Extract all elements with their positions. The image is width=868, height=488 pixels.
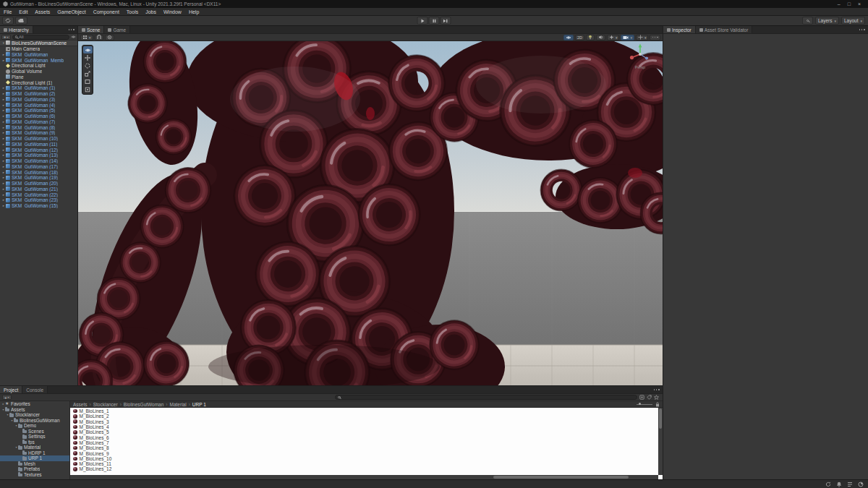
search-by-type-icon[interactable] [639,395,644,400]
inspector-tab[interactable]: Asset Store Validator [696,26,753,33]
menu-item[interactable]: Window [160,8,185,15]
project-console-tab[interactable]: Project [0,386,22,393]
audio-toggle[interactable] [596,35,605,40]
scale-tool[interactable] [83,70,93,77]
maximize-button[interactable]: □ [848,1,851,7]
hierarchy-item[interactable]: ▸ SKM_GutWoman (22) [0,192,77,197]
close-button[interactable]: × [858,1,861,7]
folder-tree-item[interactable]: URP 1 [0,455,69,461]
hierarchy-item[interactable]: ▸ SKM_GutWoman (12) [0,147,77,153]
hierarchy-item[interactable]: ▸ SKM_GutWoman (5) [0,108,77,114]
hierarchy-item[interactable]: ▸ SKM_GutWoman (17) [0,164,77,170]
console-log-icon[interactable] [847,481,853,487]
project-console-tab[interactable]: Console [22,386,48,393]
hierarchy-item[interactable]: Global Volume [0,69,77,74]
tab-hierarchy[interactable]: Hierarchy [0,26,33,33]
scene-game-tab[interactable]: Game [104,26,130,33]
hierarchy-item[interactable]: ▸ SKM_GutWoman (11) [0,142,77,147]
gizmos-dropdown[interactable] [636,35,649,40]
layout-dropdown[interactable]: Layout [841,17,865,25]
scene-viewport[interactable]: Persp [78,41,663,385]
breadcrumb-item[interactable]: Assets [73,402,88,407]
hierarchy-item[interactable]: ▸ SKM_GutWoman (21) [0,187,77,192]
asset-item[interactable]: M_BioLines_4 [70,424,663,429]
folder-tree-item[interactable]: ▾ BiolinesGutWoman [0,418,69,424]
background-tasks-icon[interactable] [858,481,864,487]
version-control-button[interactable] [2,17,14,25]
project-search-input[interactable] [335,395,637,400]
menu-item[interactable]: Assets [31,8,54,15]
step-button[interactable] [441,17,451,25]
icon-size-slider[interactable] [637,404,652,405]
scene-visibility-toggle[interactable] [563,35,574,40]
lock-icon[interactable] [655,402,660,407]
hierarchy-scene-header[interactable]: ▾ BioLinesGutWomanScene [0,40,77,46]
asset-item[interactable]: M_BioLines_8 [70,445,663,450]
hierarchy-item[interactable]: Plane [0,74,77,80]
hierarchy-item[interactable]: ▸ SKM_GutWoman (6) [0,114,77,119]
menu-item[interactable]: Jobs [142,8,160,15]
scene-orientation-gizmo[interactable]: Persp [625,43,655,69]
inspector-tab[interactable]: Inspector [663,26,696,33]
folder-tree-item[interactable]: ▾ Material [0,445,69,450]
asset-item[interactable]: M_BioLines_5 [70,429,663,435]
asset-item[interactable]: M_BioLines_7 [70,440,663,445]
move-tool[interactable] [83,54,93,61]
menu-item[interactable]: File [0,8,15,15]
rect-tool[interactable] [83,78,93,85]
vertical-scrollbar[interactable] [658,408,663,475]
hierarchy-search-input[interactable]: All [12,35,69,40]
scene-visibility-icon[interactable] [71,35,76,39]
hierarchy-item[interactable]: ▸ SKM_GutWoman (8) [0,124,77,130]
effects-dropdown[interactable] [607,35,620,40]
folder-tree-item[interactable]: Settings [0,434,69,440]
refresh-icon[interactable] [825,481,831,487]
folder-tree-item[interactable]: Prefabs [0,466,69,472]
asset-item[interactable]: M_BioLines_3 [70,419,663,424]
folder-tree-item[interactable]: ▾ Demo [0,423,69,429]
2d-toggle[interactable]: 2D [575,35,584,40]
asset-item[interactable]: M_BioLines_10 [70,456,663,461]
projection-label[interactable]: Persp [635,65,645,69]
hierarchy-item[interactable]: ▸ SKM_GutWoman (14) [0,158,77,164]
folder-tree-item[interactable]: ▾ Stocklancer [0,412,69,418]
menu-item[interactable]: Help [185,8,203,15]
hierarchy-item[interactable]: ▸ SKM_GutWoman (15) [0,203,77,209]
hierarchy-item[interactable]: ▸ SKM_GutWoman (23) [0,197,77,203]
view-tool[interactable] [83,46,93,53]
layers-dropdown[interactable]: Layers [815,17,839,25]
asset-item[interactable]: M_BioLines_1 [70,408,663,414]
search-by-label-icon[interactable] [647,395,652,400]
hierarchy-item[interactable]: ▸ SKM_GutWoman (3) [0,97,77,103]
project-panel-menu-icon[interactable] [653,386,663,393]
scene-more-menu[interactable] [650,35,660,40]
folder-tree-item[interactable]: Scenes [0,429,69,435]
breadcrumb-item[interactable]: Material [163,402,186,407]
transform-tool[interactable] [83,86,93,93]
hierarchy-item[interactable]: ▸ SKM_GutWoman (1) [0,85,77,91]
folder-tree-item[interactable]: HDRP 1 [0,450,69,456]
camera-dropdown[interactable] [621,35,634,40]
hierarchy-item[interactable]: Directional Light [0,63,77,69]
grid-visual-dropdown[interactable] [80,35,93,40]
hierarchy-add-button[interactable]: + [1,35,11,40]
asset-item[interactable]: M_BioLines_6 [70,435,663,440]
folder-tree-item[interactable]: Mesh [0,461,69,467]
scene-game-tab[interactable]: Scene [78,26,104,33]
asset-item[interactable]: M_BioLines_12 [70,466,663,471]
hierarchy-item[interactable]: ▸ SKM_GutWoman (19) [0,175,77,181]
folder-tree-item[interactable]: ▾ Assets [0,407,69,413]
editor-search-button[interactable] [802,17,813,25]
hierarchy-panel-menu-icon[interactable] [68,26,77,33]
hierarchy-item[interactable]: ▸ SKM_GutWoman (4) [0,102,77,108]
menu-item[interactable]: Component [90,8,123,15]
hierarchy-item[interactable]: ▸ SKM_GutWoman [0,52,77,58]
folder-tree-item[interactable]: ▸ Favorites [0,401,69,407]
scrollbar-thumb[interactable] [493,476,629,479]
lighting-toggle[interactable] [586,35,595,40]
hierarchy-item[interactable]: ▸ SKM_GutWoman (2) [0,91,77,97]
cloud-services-button[interactable] [15,17,27,25]
hierarchy-item[interactable]: Directional Light (1) [0,80,77,85]
breadcrumb-item[interactable]: Stocklancer [88,402,118,407]
hierarchy-item[interactable]: ▸ SKM_GutWoman (9) [0,130,77,136]
